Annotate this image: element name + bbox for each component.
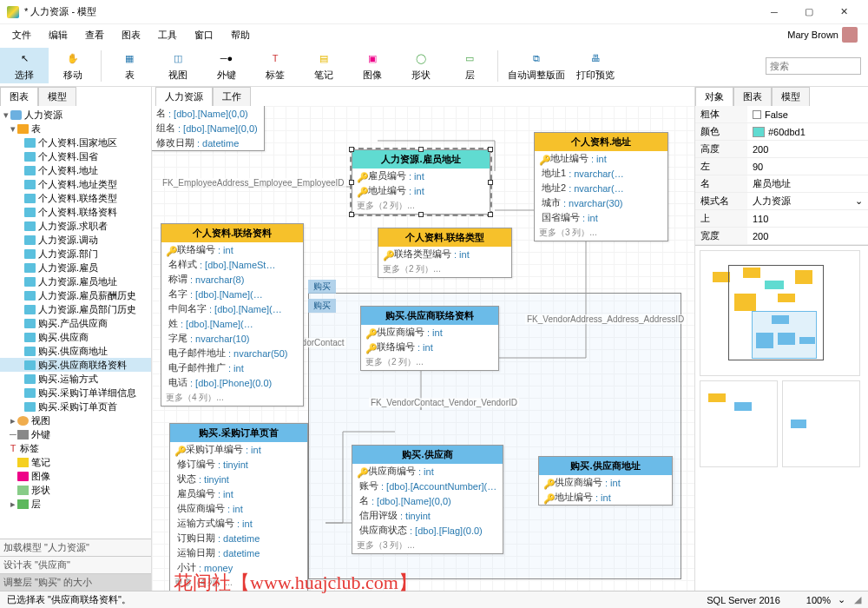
diagram-canvas[interactable]: 购买 购买 FK_EmployeeAddress_Employee_Employ…	[152, 106, 694, 591]
tree-table-item[interactable]: 购买.采购订单页首	[0, 400, 151, 413]
resize-grip-icon[interactable]: ◢	[854, 594, 861, 605]
search-input[interactable]	[766, 57, 861, 75]
tree-table-item[interactable]: 人力资源.雇员	[0, 261, 151, 274]
layer-tool[interactable]: ▭层	[445, 48, 494, 83]
property-row[interactable]: 模式名人力资源⌄	[695, 193, 868, 210]
entity-contact-type[interactable]: 个人资料.联络类型 🔑联络类型编号: int 更多（2 列）...	[378, 228, 512, 278]
view-tool[interactable]: ◫视图	[154, 48, 202, 83]
fk-label: FK_EmployeeAddress_Employee_EmployeeID	[161, 178, 346, 188]
title-bar: * 人力资源 - 模型 ─ ▢ ✕	[0, 0, 868, 24]
tree-table-item[interactable]: 购买.采购订单详细信息	[0, 386, 151, 400]
print-preview-button[interactable]: 🖶打印预览	[571, 48, 620, 83]
tree-table-item[interactable]: 人力资源.调动	[0, 233, 151, 247]
property-row[interactable]: 高度200	[695, 141, 868, 158]
print-icon: 🖶	[587, 50, 604, 67]
right-tab-chart[interactable]: 图表	[733, 87, 772, 106]
tree-table-item[interactable]: 购买.供应商地址	[0, 344, 151, 358]
tree-table-item[interactable]: 人力资源.求职者	[0, 219, 151, 233]
property-row[interactable]: 左90	[695, 158, 868, 175]
property-row[interactable]: 颜色#60dbd1	[695, 123, 868, 141]
entity-vendor-address[interactable]: 购买.供应商地址 🔑供应商编号: int 🔑地址编号: int	[538, 456, 673, 506]
tree-table-item[interactable]: 购买.运输方式	[0, 372, 151, 386]
label-tool[interactable]: T标签	[251, 48, 299, 83]
menu-chart[interactable]: 图表	[113, 26, 149, 44]
search-box[interactable]	[766, 57, 861, 75]
tree-table-item[interactable]: 个人资料.国家地区	[0, 135, 151, 149]
image-tool[interactable]: ▣图像	[348, 48, 397, 83]
view-icon: ◫	[169, 50, 187, 67]
entity-po-header[interactable]: 购买.采购订单页首 🔑采购订单编号: int 修订编号: tinyint 状态:…	[169, 423, 308, 591]
shape-tool[interactable]: ◯形状	[397, 48, 445, 83]
tree-table-item[interactable]: 个人资料.国省	[0, 149, 151, 163]
tree-table-item[interactable]: 个人资料.地址类型	[0, 177, 151, 191]
status-db: SQL Server 2016	[707, 595, 780, 605]
checkbox-icon[interactable]	[753, 110, 761, 119]
tree-images[interactable]: 图像	[31, 470, 50, 482]
key-icon: 🔑	[357, 172, 365, 181]
tree-table-item[interactable]: 人力资源.部门	[0, 247, 151, 261]
status-bar: 已选择表 "供应商联络资料"。 SQL Server 2016 100% ⌄ ◢	[0, 591, 868, 608]
log-message: 调整层 "购买" 的大小	[0, 573, 151, 591]
fk-tool[interactable]: ─●外键	[202, 48, 251, 83]
property-row[interactable]: 宽度200	[695, 228, 868, 245]
left-tab-model[interactable]: 模型	[38, 87, 76, 106]
object-tree[interactable]: ▾人力资源 ▾表 个人资料.国家地区个人资料.国省个人资料.地址个人资料.地址类…	[0, 106, 151, 539]
tree-table-item[interactable]: 购买.供应商	[0, 330, 151, 344]
tree-table-item[interactable]: 个人资料.联络类型	[0, 191, 151, 205]
property-row[interactable]: 上110	[695, 210, 868, 228]
shape-icon: ◯	[412, 50, 430, 67]
minimize-button[interactable]: ─	[757, 0, 792, 24]
user-area[interactable]: Mary Brown	[787, 27, 858, 43]
tree-table-item[interactable]: 购买.供应商联络资料	[0, 358, 151, 372]
tree-shapes[interactable]: 形状	[31, 484, 50, 496]
dropdown-icon[interactable]: ⌄	[855, 195, 863, 207]
close-button[interactable]: ✕	[826, 0, 861, 24]
tree-table-item[interactable]: 个人资料.地址	[0, 163, 151, 177]
tree-notes[interactable]: 笔记	[31, 456, 50, 468]
tree-views[interactable]: 视图	[31, 414, 50, 426]
menu-window[interactable]: 窗口	[186, 26, 222, 44]
menu-view[interactable]: 查看	[76, 26, 113, 44]
tree-tables[interactable]: 表	[31, 122, 41, 135]
tree-table-item[interactable]: 个人资料.联络资料	[0, 205, 151, 219]
entity-vendor[interactable]: 购买.供应商 🔑供应商编号: int 账号: [dbo].[AccountNum…	[352, 445, 503, 554]
doc-tab-hr[interactable]: 人力资源	[155, 87, 213, 106]
minimap[interactable]	[695, 245, 868, 591]
tree-table-item[interactable]: 人力资源.雇员部门历史	[0, 302, 151, 316]
move-tool[interactable]: ✋移动	[49, 48, 97, 83]
right-tab-model[interactable]: 模型	[772, 87, 810, 106]
app-icon	[7, 6, 19, 18]
property-grid[interactable]: 粗体False颜色#60dbd1高度200左90名雇员地址模式名人力资源⌄上11…	[695, 106, 868, 245]
tree-table-item[interactable]: 人力资源.雇员地址	[0, 274, 151, 288]
entity-employee-address[interactable]: 人力资源.雇员地址 🔑雇员编号: int 🔑地址编号: int 更多（2 列）.…	[352, 149, 490, 215]
tree-labels[interactable]: 标签	[20, 442, 39, 454]
menu-edit[interactable]: 编辑	[40, 26, 76, 44]
entity-contact[interactable]: 个人资料.联络资料 🔑联络编号: int 名样式: [dbo].[NameSt……	[161, 223, 304, 406]
tree-root[interactable]: 人力资源	[24, 109, 62, 121]
menu-help[interactable]: 帮助	[222, 26, 259, 44]
doc-tab-work[interactable]: 工作	[213, 87, 251, 106]
select-tool[interactable]: ↖选择	[0, 48, 49, 83]
maximize-button[interactable]: ▢	[792, 0, 826, 24]
layer-icon: ▭	[461, 50, 478, 67]
tree-layers[interactable]: 层	[31, 498, 41, 510]
auto-layout-button[interactable]: ⧉自动调整版面	[502, 48, 571, 83]
left-tab-chart[interactable]: 图表	[0, 87, 38, 106]
menu-file[interactable]: 文件	[3, 26, 40, 44]
status-zoom[interactable]: 100%	[806, 595, 831, 605]
note-tool[interactable]: ▤笔记	[299, 48, 348, 83]
tree-table-item[interactable]: 人力资源.雇员薪酬历史	[0, 288, 151, 302]
avatar-icon	[842, 27, 858, 43]
property-row[interactable]: 名雇员地址	[695, 175, 868, 193]
entity-address[interactable]: 个人资料.地址 🔑地址编号: int 地址1: nvarchar(… 地址2: …	[534, 132, 668, 241]
property-row[interactable]: 粗体False	[695, 106, 868, 123]
tree-table-item[interactable]: 购买.产品供应商	[0, 316, 151, 330]
right-tab-object[interactable]: 对象	[695, 87, 733, 106]
tree-fks[interactable]: 外键	[31, 428, 50, 440]
table-tool[interactable]: ▦表	[105, 48, 154, 83]
zoom-dropdown-icon[interactable]: ⌄	[838, 594, 845, 605]
entity-vendor-contact[interactable]: 购买.供应商联络资料 🔑供应商编号: int 🔑联络编号: int 更多（2 列…	[360, 306, 499, 371]
menu-tools[interactable]: 工具	[149, 26, 186, 44]
entity-partial[interactable]: 名: [dbo].[Name](0,0) 组名: [dbo].[Name](0,…	[152, 106, 265, 151]
hand-icon: ✋	[64, 50, 82, 67]
